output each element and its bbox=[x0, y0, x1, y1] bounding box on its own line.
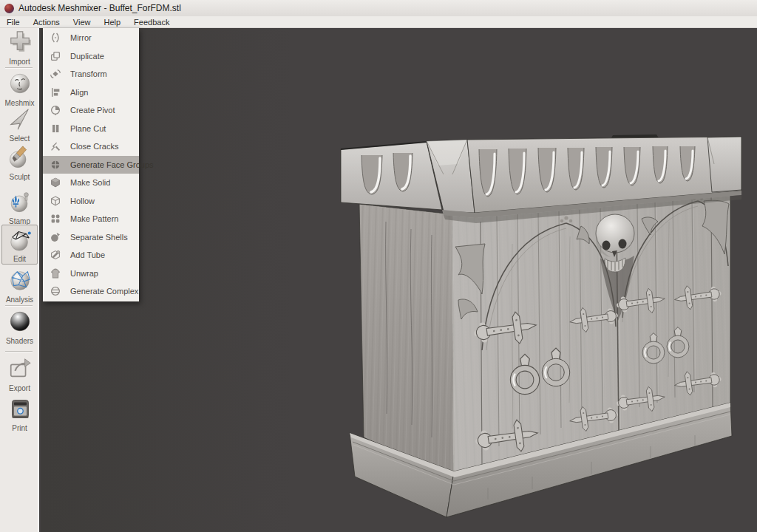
create-pivot-icon bbox=[50, 105, 61, 116]
separate-shells-icon bbox=[50, 231, 61, 242]
menu-help[interactable]: Help bbox=[97, 18, 127, 27]
menu-item-plane-cut[interactable]: Plane Cut bbox=[43, 120, 139, 138]
sculpt-brush-icon bbox=[7, 145, 33, 173]
make-pattern-icon bbox=[50, 214, 61, 225]
sidebar-item-label: Edit bbox=[13, 255, 26, 263]
sidebar-divider bbox=[5, 305, 33, 307]
menu-item-close-cracks[interactable]: Close Cracks bbox=[43, 137, 139, 156]
unwrap-icon bbox=[50, 267, 61, 279]
sidebar-item-analysis[interactable]: Analysis bbox=[0, 267, 39, 304]
sidebar-item-meshmix[interactable]: Meshmix bbox=[0, 71, 39, 107]
close-cracks-icon bbox=[50, 141, 61, 152]
viewport-3d[interactable] bbox=[41, 28, 757, 532]
add-tube-icon bbox=[50, 250, 61, 261]
edit-tool-menu: Mirror Duplicate Transform Align Create … bbox=[43, 28, 139, 301]
menu-feedback[interactable]: Feedback bbox=[127, 18, 176, 27]
sidebar-item-label: Import bbox=[9, 58, 30, 66]
menu-view[interactable]: View bbox=[67, 18, 98, 27]
menu-item-separate-shells[interactable]: Separate Shells bbox=[43, 228, 139, 247]
tool-sidebar: Import Meshmix Select bbox=[0, 28, 39, 532]
menu-file[interactable]: File bbox=[0, 18, 27, 27]
sidebar-item-label: Analysis bbox=[6, 296, 33, 304]
menu-item-create-pivot[interactable]: Create Pivot bbox=[43, 101, 139, 120]
menu-item-duplicate[interactable]: Duplicate bbox=[43, 47, 139, 66]
mirror-icon bbox=[50, 33, 61, 44]
make-solid-icon bbox=[50, 177, 61, 188]
export-box-icon bbox=[7, 356, 33, 384]
sidebar-item-export[interactable]: Export bbox=[0, 356, 39, 392]
model-buffet-3d[interactable] bbox=[41, 28, 757, 532]
sidebar-item-label: Shaders bbox=[6, 337, 33, 345]
sidebar-item-sculpt[interactable]: Sculpt bbox=[0, 145, 39, 181]
menu-item-add-tube[interactable]: Add Tube bbox=[43, 246, 139, 265]
sidebar-divider bbox=[5, 351, 33, 352]
sidebar-item-shaders[interactable]: Shaders bbox=[0, 309, 39, 345]
shaders-sphere-icon bbox=[7, 309, 33, 337]
import-plus-icon bbox=[7, 30, 33, 58]
select-arrow-icon bbox=[7, 106, 33, 134]
menu-item-align[interactable]: Align bbox=[43, 83, 139, 102]
align-icon bbox=[50, 86, 61, 98]
menu-item-transform[interactable]: Transform bbox=[43, 65, 139, 83]
meshmix-sphere-icon bbox=[7, 71, 33, 99]
print-printer-icon bbox=[7, 396, 33, 424]
sidebar-item-label: Sculpt bbox=[10, 173, 30, 181]
window-title: Autodesk Meshmixer - Buffet_ForFDM.stl bbox=[18, 3, 181, 13]
sidebar-item-import[interactable]: Import bbox=[0, 30, 39, 66]
sidebar-item-select[interactable]: Select bbox=[0, 106, 39, 143]
edit-wireframe-icon bbox=[7, 227, 33, 255]
hollow-icon bbox=[50, 195, 61, 206]
menu-item-make-pattern[interactable]: Make Pattern bbox=[43, 210, 139, 228]
generate-complex-icon bbox=[50, 286, 61, 297]
title-bar[interactable]: Autodesk Meshmixer - Buffet_ForFDM.stl bbox=[0, 0, 757, 16]
duplicate-icon bbox=[50, 50, 61, 61]
sidebar-item-label: Select bbox=[10, 134, 30, 143]
analysis-mesh-icon bbox=[7, 267, 33, 296]
menu-item-hollow[interactable]: Hollow bbox=[43, 192, 139, 211]
menu-item-unwrap[interactable]: Unwrap bbox=[43, 265, 139, 283]
menu-item-generate-face-groups[interactable]: Generate Face Groups bbox=[43, 156, 139, 174]
sidebar-item-edit[interactable]: Edit bbox=[1, 225, 38, 265]
sidebar-item-label: Export bbox=[9, 384, 30, 392]
menu-actions[interactable]: Actions bbox=[27, 18, 67, 27]
meshmixer-app-icon bbox=[4, 4, 14, 13]
main-area: Import Meshmix Select bbox=[0, 28, 757, 532]
menu-item-mirror[interactable]: Mirror bbox=[43, 29, 139, 47]
sidebar-item-label: Print bbox=[12, 424, 27, 432]
menu-item-generate-complex[interactable]: Generate Complex bbox=[43, 282, 139, 301]
transform-icon bbox=[50, 69, 61, 80]
stamp-fleur-icon bbox=[7, 189, 33, 217]
menu-bar: File Actions View Help Feedback bbox=[0, 16, 757, 28]
sidebar-item-print[interactable]: Print bbox=[0, 396, 39, 432]
sidebar-item-stamp[interactable]: Stamp bbox=[0, 189, 39, 225]
plane-cut-icon bbox=[50, 123, 61, 134]
sidebar-divider bbox=[5, 67, 33, 69]
menu-item-make-solid[interactable]: Make Solid bbox=[43, 174, 139, 192]
face-groups-icon bbox=[50, 159, 61, 170]
